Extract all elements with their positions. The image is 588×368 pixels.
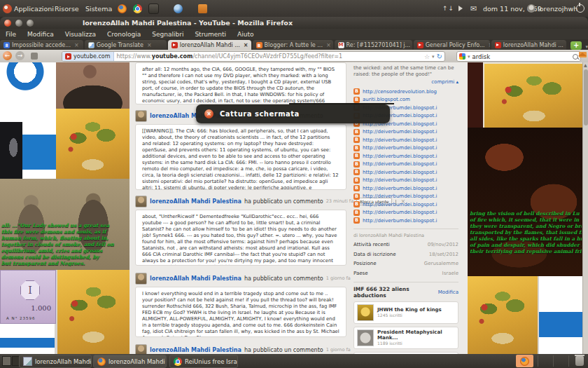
channel-bg-dark-photo (0, 122, 22, 179)
url-bar[interactable]: youtube.com https://www.youtube.com/chan… (62, 51, 445, 62)
power-icon[interactable] (576, 0, 584, 17)
menu-visualizza[interactable]: Visualizza (59, 31, 102, 38)
collapse-link[interactable]: comprimi ▴ (354, 79, 458, 85)
channel-bg-dark-sliver (468, 62, 483, 130)
blogger-icon: B (354, 177, 360, 184)
search-bar[interactable]: ▾ ardisk (456, 51, 581, 62)
taskbar-window-image[interactable]: lorenzoAllah Mahdi ... (19, 355, 92, 368)
menu-applicazioni[interactable]: Applicazioni (14, 0, 54, 17)
scroll-up-icon[interactable]: ▲ (584, 63, 588, 67)
tab-close-icon[interactable]: × (147, 42, 152, 48)
forward-button[interactable]: → (15, 51, 24, 60)
tab-close-icon[interactable]: × (489, 42, 490, 48)
tab-close-icon[interactable]: × (244, 42, 248, 48)
home-button[interactable] (579, 52, 587, 57)
menu-strumenti[interactable]: Strumenti (189, 31, 232, 38)
network-icon[interactable]: ↑↓ (442, 0, 454, 17)
tab-google-translate[interactable]: Google Translate × (85, 40, 167, 50)
menu-modifica[interactable]: Modifica (22, 31, 59, 38)
tab-general-policy[interactable]: General Policy Enfo... × (414, 40, 490, 50)
channel-link[interactable]: Bhttp://deiverbumdei.blogspot.i (354, 184, 458, 193)
scrollbar-thumb[interactable] (584, 69, 588, 125)
channel-link[interactable]: Bhttp://deiverbumdei.blogspot.i (354, 136, 458, 144)
tab-close-icon[interactable]: × (326, 42, 331, 48)
url-dropdown-icon[interactable]: ▾ (432, 54, 435, 60)
comment-author-link[interactable]: lorenzoAllah Mahdi Palestina (150, 275, 241, 282)
mail-icon[interactable]: ✉ (470, 0, 477, 17)
volume-icon[interactable] (458, 0, 465, 17)
google-search-engine-icon[interactable] (459, 53, 465, 60)
channel-link[interactable]: Bhttp://deiverbumdei.blogspot.i (354, 177, 458, 185)
menu-file[interactable]: File (0, 31, 22, 38)
blogger-icon: B (354, 137, 360, 143)
avatar[interactable] (135, 196, 147, 207)
channel-link[interactable]: Bhttp://deiverbumdei.blogspot.i (354, 152, 458, 161)
channel-link[interactable]: Bhttp://deiverbumdei.blogspot.i (354, 168, 458, 177)
avatar[interactable] (135, 344, 147, 355)
channel-link[interactable]: Bhttp://deiverbumdei.blogspot.i (354, 209, 458, 217)
window-close-button[interactable] (4, 20, 11, 27)
menu-segnalibri[interactable]: Segnalibri (146, 31, 189, 38)
bookmark-star-icon[interactable]: ☆ (424, 53, 430, 60)
taskbar-window-firefox[interactable]: lorenzoAllah Mahdi ... (93, 355, 167, 368)
package-icon[interactable] (198, 0, 207, 17)
page-scrollbar[interactable]: ▲ (582, 62, 588, 354)
site-identity-chip[interactable]: youtube.com (62, 52, 114, 61)
browser-menubar: File Modifica Visualizza Cronologia Segn… (0, 29, 588, 39)
channel-link[interactable]: Bhttp://deiverbumdei.blogspot.i (354, 200, 458, 209)
window-titlebar[interactable]: lorenzoAllah Mahdi Palestina - YouTube -… (0, 17, 588, 29)
files-launcher-icon[interactable] (148, 0, 159, 17)
window-title: lorenzoAllah Mahdi Palestina - YouTube -… (83, 19, 293, 27)
menu-cronologia[interactable]: Cronologia (102, 31, 146, 38)
tab-youtube-active[interactable]: lorenzoAllah Mahdi ... × (168, 40, 251, 50)
noscript-icon[interactable] (31, 53, 38, 60)
screenshot-notification[interactable]: × Cattura schermata (196, 104, 390, 123)
channel-link[interactable]: Bhttp://deiverbumdei.blogspot.i (354, 193, 458, 201)
comment-author-link[interactable]: lorenzoAllah Mahdi Palestina (150, 347, 241, 353)
tab-mail[interactable]: M Re: [#1152701041] j... × (335, 40, 412, 50)
tab-close-icon[interactable]: × (74, 42, 79, 48)
edit-link[interactable]: Modifica (438, 289, 458, 295)
reload-icon[interactable]: ↻ (437, 53, 442, 60)
channel-link[interactable]: Bhttp://deiverbumdei.blogspot.i (354, 217, 458, 225)
firefox-launcher-icon[interactable] (118, 0, 127, 17)
menu-sistema[interactable]: Sistema (85, 0, 112, 17)
back-button[interactable]: ← (3, 51, 12, 60)
search-go-icon[interactable] (573, 54, 578, 60)
youtube-favicon (65, 53, 71, 60)
channel-link[interactable]: Bhttp://deiverbumdei.blogspot.i (354, 161, 458, 169)
user-menu[interactable]: lorenzojhwh (538, 0, 578, 17)
tab-youtube-2[interactable]: lorenzoAllah Mahdi ... × (491, 40, 566, 50)
channel-bg-hell-painting: bring the vision of hell described in Lu… (468, 128, 582, 276)
menu-risorse[interactable]: Risorse (55, 0, 79, 17)
app-window-icon[interactable] (174, 0, 183, 17)
tab-blogger[interactable]: B Blogger: A tutte le ... × (253, 40, 333, 50)
avatar[interactable] (135, 110, 147, 122)
window-maximize-button[interactable] (27, 20, 34, 27)
user-avatar-icon[interactable] (527, 0, 536, 17)
featured-channel-card[interactable]: JHWH the King of kings1245 iscritti (354, 301, 458, 324)
workspace-switcher[interactable] (2, 356, 20, 366)
window-minimize-button[interactable] (15, 20, 22, 27)
channel-bg-menorah-painting (468, 276, 538, 354)
search-input[interactable]: ardisk (472, 53, 491, 60)
notification-source-firefox-icon[interactable] (516, 355, 533, 367)
tab-impossibile[interactable]: 8 Impossibile accede... × (0, 40, 83, 50)
featured-channel-card[interactable]: President Metaphysical Mank...1189 iscri… (354, 327, 458, 349)
chrome-icon (174, 357, 182, 366)
search-engine-dropdown-icon[interactable]: ▾ (468, 54, 470, 60)
channel-description: the wicked: and at the same time can be … (354, 65, 458, 78)
comment-author-link[interactable]: lorenzoAllah Mahdi Palestina (150, 198, 241, 205)
taskbar-window-chrome[interactable]: ReiUnius free Israel... (169, 355, 238, 368)
browser-launcher-icon[interactable] (133, 0, 142, 17)
channel-link[interactable]: Bhttp://censoredrevolution.blog (354, 88, 458, 96)
distributor-logo-icon[interactable] (3, 0, 12, 17)
trash-icon[interactable] (575, 356, 584, 366)
channel-link[interactable]: Bhttp://deiverbumdei.blogspot.i (354, 144, 458, 153)
channel-thumbnail (357, 329, 374, 346)
blogger-icon: B (354, 88, 360, 95)
menu-aiuto[interactable]: Aiuto (232, 31, 259, 38)
channel-link[interactable]: Bhttp://deiverbumdei.blogspot.i (354, 128, 458, 137)
avatar[interactable] (135, 273, 147, 285)
firefox-icon (97, 357, 106, 366)
